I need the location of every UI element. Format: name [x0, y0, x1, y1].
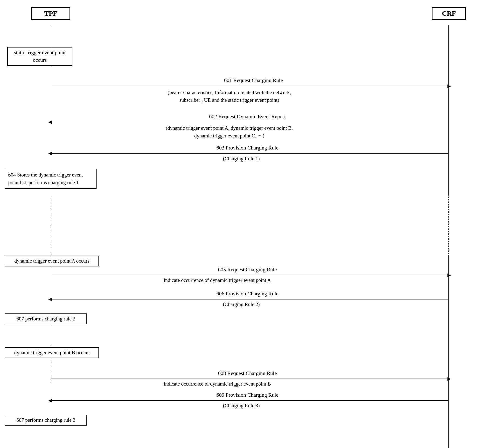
arrow-608-sub: Indicate occurrence of dynamic trigger e… — [97, 381, 338, 387]
performs-rule3-label: 607 performs charging rule 3 — [16, 417, 75, 423]
arrow-603-sub: (Charging Rule 1) — [193, 156, 290, 162]
arrow-609-label: 609 Provision Charging Rule — [157, 392, 338, 398]
stores-dynamic-box: 604 Stores the dynamic trigger eventpoin… — [5, 169, 97, 189]
arrow-602-label: 602 Request Dynamic Event Report — [157, 113, 338, 120]
static-trigger-label: static trigger event pointoccurs — [14, 49, 66, 63]
arrow-601-label: 601 Request Charging Rule — [169, 77, 338, 83]
tpf-entity: TPF — [31, 7, 70, 20]
dynamic-trigger-b-box: dynamic trigger event point B occurs — [5, 347, 99, 358]
crf-entity: CRF — [432, 7, 466, 20]
arrow-606-label: 606 Provision Charging Rule — [157, 291, 338, 297]
arrow-605 — [51, 275, 448, 275]
arrow-601 — [51, 86, 448, 86]
performs-rule3-box: 607 performs charging rule 3 — [5, 415, 87, 426]
arrow-608-label: 608 Request Charging Rule — [157, 370, 338, 376]
arrow-601-sub: (bearer characteristics, Information rel… — [84, 89, 374, 104]
arrow-603 — [51, 153, 448, 154]
performs-rule2-box: 607 performs charging rule 2 — [5, 314, 87, 324]
crf-lifeline2 — [448, 257, 449, 448]
dynamic-trigger-a-label: dynamic trigger event point A occurs — [15, 258, 90, 264]
arrow-602 — [51, 122, 448, 122]
arrow-606-sub: (Charging Rule 2) — [193, 301, 290, 308]
static-trigger-box: static trigger event pointoccurs — [7, 47, 72, 66]
arrow-608 — [51, 379, 448, 379]
crf-lifeline-dashed — [448, 194, 449, 257]
arrow-606 — [51, 299, 448, 300]
performs-rule2-label: 607 performs charging rule 2 — [16, 316, 75, 322]
arrow-602-sub: (dynamic trigger event point A, dynamic … — [84, 125, 374, 140]
tpf-lifeline-dashed — [51, 194, 51, 257]
stores-dynamic-label: 604 Stores the dynamic trigger eventpoin… — [8, 172, 83, 185]
dynamic-trigger-a-box: dynamic trigger event point A occurs — [5, 256, 99, 266]
arrow-605-sub: Indicate occurrence of dynamic trigger e… — [97, 277, 338, 283]
dynamic-trigger-b-label: dynamic trigger event point B occurs — [14, 350, 90, 355]
arrow-609-sub: (Charging Rule 3) — [193, 403, 290, 409]
arrow-603-label: 603 Provision Charging Rule — [157, 145, 338, 151]
arrow-609 — [51, 400, 448, 401]
crf-lifeline — [448, 25, 449, 194]
arrow-605-label: 605 Request Charging Rule — [157, 266, 338, 273]
